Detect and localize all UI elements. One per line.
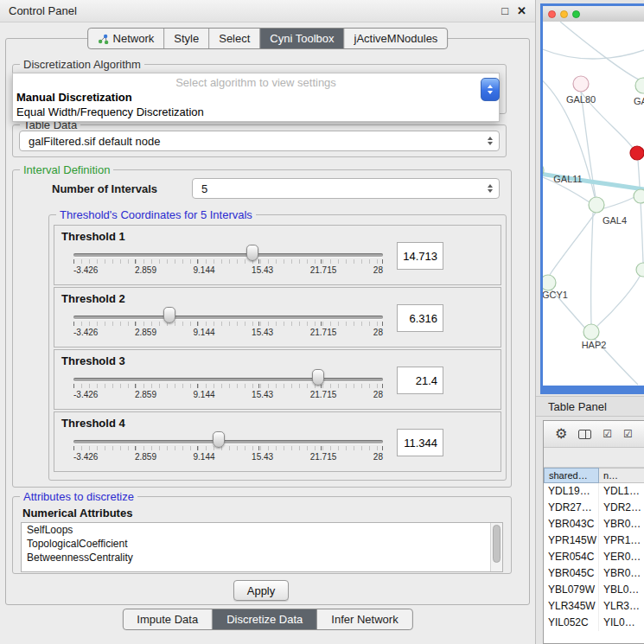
network-node[interactable] <box>589 197 604 213</box>
table-row[interactable]: YBR043CYBR0… <box>544 516 644 532</box>
network-edge[interactable] <box>597 275 641 326</box>
attribute-item[interactable]: BetweennessCentrality <box>22 551 502 564</box>
node-table-rows: YDL19…YDL1…YDR27…YDR2…YBR043CYBR0…YPR145… <box>544 483 644 631</box>
network-node[interactable] <box>635 78 644 93</box>
network-node[interactable] <box>634 189 644 203</box>
table-cell[interactable]: YBR045C <box>544 565 599 582</box>
table-cell[interactable]: YDL1… <box>599 483 644 500</box>
network-node[interactable] <box>583 324 599 340</box>
tick-label: 28 <box>373 390 383 399</box>
threshold-1-value-input[interactable]: 14.713 <box>397 242 443 270</box>
close-icon[interactable]: ✕ <box>517 5 526 16</box>
table-row[interactable]: YDR27…YDR2… <box>544 500 644 516</box>
table-cell[interactable]: YBR0… <box>599 516 644 532</box>
network-edge[interactable] <box>638 160 643 263</box>
unselect-all-columns-icon[interactable]: ☑ <box>623 429 633 439</box>
table-row[interactable]: YLR345WYLR3… <box>544 598 644 615</box>
table-row[interactable]: YBL079WYBL0… <box>544 582 644 598</box>
number-of-intervals-combobox[interactable]: 5 <box>192 178 500 199</box>
close-traffic-light[interactable] <box>548 10 556 18</box>
tab-impute-data[interactable]: Impute Data <box>123 609 213 629</box>
table-cell[interactable]: YBL0… <box>599 582 644 598</box>
table-cell[interactable]: YIL0… <box>599 615 644 631</box>
tab-jactivemnodules[interactable]: jActiveMNodules <box>345 29 448 48</box>
network-canvas[interactable]: GAL80GAGAL11GAL4GCY1HAP2 <box>543 22 644 386</box>
list-scrollbar[interactable] <box>490 523 502 571</box>
threshold-3-slider[interactable]: -3.4262.8599.14415.4321.71528 <box>73 369 383 404</box>
column-header-shared-name[interactable]: shared… <box>544 468 599 483</box>
table-data-combobox[interactable]: galFiltered.sif default node <box>19 131 500 151</box>
table-cell[interactable]: YPR145W <box>544 532 599 549</box>
network-node[interactable] <box>636 263 644 277</box>
zoom-traffic-light[interactable] <box>572 10 580 18</box>
table-row[interactable]: YER054CYER0… <box>544 549 644 565</box>
network-node[interactable] <box>630 146 644 160</box>
network-edge[interactable] <box>604 197 634 208</box>
slider-track[interactable] <box>73 316 383 319</box>
columns-icon[interactable] <box>578 430 591 439</box>
slider-track[interactable] <box>73 378 383 381</box>
network-node[interactable] <box>573 76 589 92</box>
table-cell[interactable]: YDL19… <box>544 483 599 500</box>
table-cell[interactable]: YIL052C <box>544 615 599 631</box>
slider-thumb[interactable] <box>163 307 175 323</box>
tab-discretize-data[interactable]: Discretize Data <box>213 609 317 629</box>
network-node-label: GAL4 <box>603 215 627 226</box>
slider-track[interactable] <box>73 253 383 257</box>
network-window-titlebar[interactable] <box>543 6 644 22</box>
table-cell[interactable]: YPR1… <box>599 532 644 549</box>
tick-label: 21.715 <box>310 452 337 462</box>
threshold-4-value-input[interactable]: 11.344 <box>397 429 443 456</box>
table-panel-titlebar: Table Panel <box>536 396 644 417</box>
network-node-label: GAL80 <box>566 94 596 105</box>
tab-infer-network[interactable]: Infer Network <box>317 609 411 629</box>
table-cell[interactable]: YBL079W <box>544 582 599 598</box>
attribute-items: SelfLoopsTopologicalCoefficientBetweenne… <box>22 523 502 564</box>
network-canvas-wrap: GAL80GAGAL11GAL4GCY1HAP2 <box>543 22 644 386</box>
threshold-3-panel: Threshold 3 -3.4262.8599.14415.4321.7152… <box>54 349 501 410</box>
tab-network[interactable]: Network <box>88 29 165 48</box>
table-cell[interactable]: YLR345W <box>544 598 599 615</box>
minimize-traffic-light[interactable] <box>560 10 568 18</box>
settings-gear-icon[interactable]: ⚙ <box>555 427 567 441</box>
slider-thumb[interactable] <box>312 369 324 386</box>
slider-track[interactable] <box>73 440 383 443</box>
table-cell[interactable]: YER054C <box>544 549 599 565</box>
table-cell[interactable]: YLR3… <box>599 598 644 615</box>
table-cell[interactable]: YBR0… <box>599 565 644 582</box>
table-cell[interactable]: YBR043C <box>544 516 599 532</box>
attribute-item[interactable]: TopologicalCoefficient <box>22 537 502 551</box>
dropdown-option-equal-width[interactable]: Equal Width/Frequency Discretization <box>13 105 499 119</box>
table-cell[interactable]: YDR27… <box>544 500 599 516</box>
dropdown-option-manual-discretization[interactable]: Manual Discretization <box>13 90 499 105</box>
table-row[interactable]: YIL052CYIL0… <box>544 615 644 631</box>
apply-button[interactable]: Apply <box>233 580 289 601</box>
tab-style[interactable]: Style <box>164 29 209 48</box>
column-header-name[interactable]: n… <box>599 468 644 483</box>
tab-select[interactable]: Select <box>209 29 260 48</box>
select-all-columns-icon[interactable]: ☑ <box>603 429 612 439</box>
slider-thumb[interactable] <box>246 245 258 261</box>
network-edge[interactable] <box>591 213 593 324</box>
algorithm-placeholder: Select algorithm to view settings <box>13 75 499 90</box>
threshold-4-slider[interactable]: -3.4262.8599.14415.4321.71528 <box>73 431 383 466</box>
tab-label: Cyni Toolbox <box>270 32 334 45</box>
attribute-item[interactable]: SelfLoops <box>22 523 502 537</box>
table-cell[interactable]: YDR2… <box>599 500 644 516</box>
network-edge[interactable] <box>560 22 641 80</box>
table-cell[interactable]: YER0… <box>599 549 644 565</box>
tab-cyni-toolbox[interactable]: Cyni Toolbox <box>260 29 344 48</box>
threshold-3-value-input[interactable]: 21.4 <box>397 367 443 394</box>
table-row[interactable]: YBR045CYBR0… <box>544 565 644 582</box>
table-row[interactable]: YDL19…YDL1… <box>544 483 644 500</box>
network-edge[interactable] <box>550 213 596 275</box>
float-window-icon[interactable]: □ <box>501 5 508 16</box>
algorithm-combo-stepper-button[interactable] <box>481 78 500 101</box>
threshold-2-value-input[interactable]: 6.316 <box>397 304 443 332</box>
threshold-2-slider[interactable]: -3.4262.8599.14415.4321.71528 <box>73 307 383 341</box>
slider-thumb[interactable] <box>213 431 225 448</box>
table-row[interactable]: YPR145WYPR1… <box>544 532 644 549</box>
network-node[interactable] <box>543 275 556 290</box>
scrollbar-thumb[interactable] <box>493 525 501 563</box>
threshold-1-slider[interactable]: -3.4262.8599.14415.4321.71528 <box>73 245 383 279</box>
